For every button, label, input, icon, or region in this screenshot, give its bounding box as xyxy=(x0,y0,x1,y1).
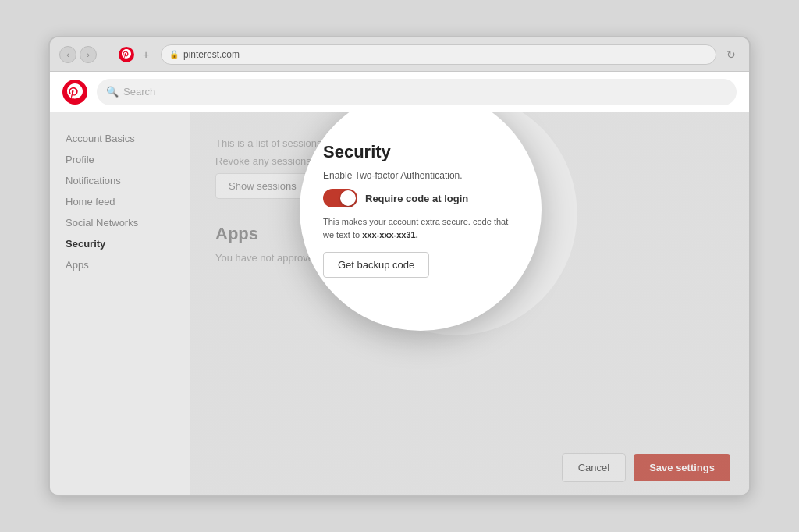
popup-inner: Security Enable Two-factor Authenticatio… xyxy=(323,142,518,278)
toggle-label: Require code at login xyxy=(365,193,468,204)
search-input[interactable]: Search xyxy=(123,86,155,98)
sidebar-item-account-basics[interactable]: Account Basics xyxy=(66,128,190,149)
search-bar[interactable]: 🔍 Search xyxy=(97,79,737,105)
refresh-button[interactable]: ↻ xyxy=(723,46,740,63)
sidebar: Account Basics Profile Notifications Hom… xyxy=(50,112,190,495)
laptop-frame: ‹ › + 🔒 pinterest.com ↻ 🔍 Sear xyxy=(48,36,751,496)
sidebar-item-home-feed[interactable]: Home feed xyxy=(66,191,190,212)
lock-icon: 🔒 xyxy=(169,50,179,59)
app-content: 🔍 Search Account Basics Profile Notifica… xyxy=(50,72,749,495)
browser-chrome: ‹ › + 🔒 pinterest.com ↻ xyxy=(50,37,749,72)
toggle-knob xyxy=(340,190,356,206)
main-area: Account Basics Profile Notifications Hom… xyxy=(50,112,749,495)
forward-button[interactable]: › xyxy=(80,46,97,63)
save-settings-button[interactable]: Save settings xyxy=(634,454,730,481)
pinterest-logo xyxy=(62,80,87,105)
sidebar-item-notifications[interactable]: Notifications xyxy=(66,170,190,191)
back-button[interactable]: ‹ xyxy=(59,46,76,63)
browser-nav: ‹ › xyxy=(59,46,97,63)
top-nav: 🔍 Search xyxy=(50,72,749,112)
phone-number: xxx-xxx-xx31. xyxy=(362,230,418,239)
toggle-row: Require code at login xyxy=(323,189,518,207)
address-bar[interactable]: 🔒 pinterest.com xyxy=(161,44,716,65)
address-text: pinterest.com xyxy=(183,49,240,60)
main-content: This is a list of sessions that have log… xyxy=(190,112,749,495)
popup-title: Security xyxy=(323,142,518,162)
popup-subtitle: Enable Two-factor Authentication. xyxy=(323,170,518,181)
popup-description: This makes your account extra secure. co… xyxy=(323,215,518,241)
security-popup: Security Enable Two-factor Authenticatio… xyxy=(300,112,542,331)
sidebar-item-profile[interactable]: Profile xyxy=(66,149,190,170)
search-icon: 🔍 xyxy=(106,86,119,98)
tab-favicon xyxy=(119,47,134,62)
sidebar-item-social-networks[interactable]: Social Networks xyxy=(66,212,190,233)
sidebar-item-security[interactable]: Security xyxy=(66,233,190,254)
footer-buttons: Cancel Save settings xyxy=(562,453,730,482)
new-tab-button[interactable]: + xyxy=(137,46,154,63)
two-factor-toggle[interactable] xyxy=(323,189,357,207)
get-backup-code-button[interactable]: Get backup code xyxy=(323,252,429,278)
show-sessions-button[interactable]: Show sessions xyxy=(215,173,310,199)
cancel-button[interactable]: Cancel xyxy=(562,453,626,482)
sidebar-item-apps[interactable]: Apps xyxy=(66,254,190,275)
